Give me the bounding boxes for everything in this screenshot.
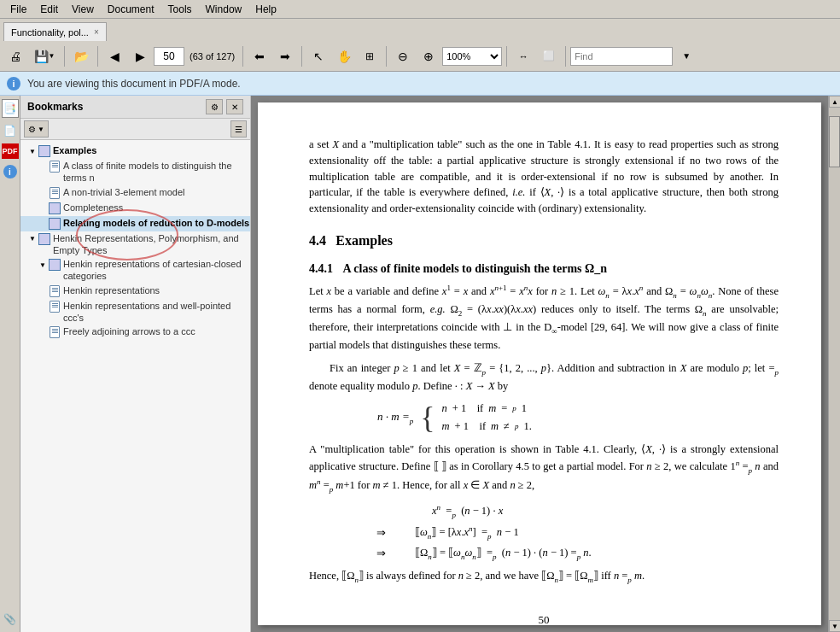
menu-document[interactable]: Document (101, 2, 161, 17)
back-button[interactable]: ⬅ (248, 44, 271, 68)
bookmark-henkin-rep-label: Henkin representations (63, 284, 250, 296)
next-page-button[interactable]: ▶ (128, 44, 152, 68)
section-icon-3 (48, 217, 61, 231)
zoom-in-button[interactable]: ⊕ (417, 44, 440, 68)
bookmarks-options-button[interactable]: ⚙ (206, 99, 223, 114)
bookmark-relating-label: Relating models of reduction to D-models (63, 217, 250, 229)
bookmark-examples-label: Examples (53, 144, 250, 156)
bookmarks-expand-button[interactable]: ☰ (230, 120, 247, 138)
bookmark-nontrivial-label: A non-trivial 3-element model (63, 186, 250, 198)
page-number-input[interactable]: 50 (154, 47, 184, 66)
bookmark-henkin-wp[interactable]: Henkin representations and well-pointed … (20, 299, 250, 325)
bookmark-henkin-wp-label: Henkin representations and well-pointed … (63, 300, 250, 325)
section-icon-2 (48, 202, 61, 215)
bookmark-class-finite-label: A class of finite models to distinguish … (63, 160, 250, 184)
pdf-icon[interactable]: PDF (2, 143, 19, 159)
forward-button[interactable]: ➡ (273, 44, 297, 68)
separator-6 (506, 46, 507, 67)
bookmarks-settings-button[interactable]: ⚙ ▼ (24, 120, 49, 138)
info-icon: i (7, 77, 20, 91)
find-next-button[interactable]: ▼ (674, 44, 698, 68)
pdf-content-area: a set X and a "multiplication table" suc… (251, 96, 840, 632)
formula-2: xn =p (n − 1) · x ⇒ ⟦ωn⟧ = [λx.xn] =p n … (360, 502, 779, 563)
bookmark-nontrivial[interactable]: A non-trivial 3-element model (20, 185, 250, 201)
bookmarks-controls: ⚙ ✕ (206, 99, 243, 114)
bookmark-henkin-cartesian[interactable]: ▼ Henkin representations of cartesian-cl… (20, 257, 250, 284)
fit-page-button[interactable]: ⬜ (537, 44, 561, 68)
fit-width-button[interactable]: ↔ (511, 44, 535, 68)
attachment-icon[interactable]: 📎 (2, 610, 19, 629)
section-icon-5 (48, 258, 61, 272)
prev-page-button[interactable]: ◀ (102, 44, 126, 68)
pdf-intro-text: a set X and a "multiplication table" suc… (309, 137, 779, 217)
page-count-label: (63 of 127) (186, 51, 238, 61)
tab-bar: Functionality, pol... × (0, 19, 840, 41)
bookmark-freely[interactable]: Freely adjoining arrows to a ccc (20, 325, 250, 340)
bookmark-completeness[interactable]: Completeness (20, 201, 250, 216)
bookmark-class-finite[interactable]: A class of finite models to distinguish … (20, 159, 250, 185)
main-area: 📑 📄 PDF i 📎 Bookmarks ⚙ ✕ ⚙ ▼ ☰ ▼ (0, 96, 840, 632)
menu-edit[interactable]: Edit (33, 2, 65, 17)
zoom-select[interactable]: 100% (442, 47, 502, 66)
print-button[interactable]: 🖨 (3, 44, 27, 68)
bookmarks-panel: Bookmarks ⚙ ✕ ⚙ ▼ ☰ ▼ Examples (20, 96, 251, 632)
bookmarks-close-button[interactable]: ✕ (226, 99, 243, 114)
expand-henkin-icon[interactable]: ▼ (27, 232, 38, 246)
separator-4 (301, 46, 302, 67)
pdf-scrollbar[interactable]: ▲ ▼ (828, 96, 840, 632)
page-icon-4 (48, 300, 61, 313)
bookmarks-toolbar: ⚙ ▼ ☰ (20, 119, 250, 140)
select-tool-button[interactable]: ↖ (306, 44, 330, 68)
expand-examples-icon[interactable]: ▼ (27, 144, 38, 158)
pdf-page[interactable]: a set X and a "multiplication table" suc… (258, 102, 821, 625)
pdf-paragraph-3: A "multiplication table" for this operat… (309, 442, 779, 495)
separator-3 (242, 46, 243, 67)
pan-tool-button[interactable]: ✋ (332, 44, 356, 68)
bookmarks-title: Bookmarks (27, 101, 83, 113)
save-button[interactable]: 💾▼ (29, 44, 60, 68)
pdf-paragraph-4: Hence, ⟦Ωn⟧ is always defined for n ≥ 2,… (309, 568, 779, 586)
pdf-page-number: 50 (309, 612, 779, 625)
find-input[interactable] (570, 47, 673, 66)
bookmark-freely-label: Freely adjoining arrows to a ccc (63, 325, 250, 337)
bookmarks-panel-icon[interactable]: 📑 (2, 99, 19, 118)
section-icon (38, 144, 51, 158)
menu-view[interactable]: View (65, 2, 101, 17)
side-panel-icons: 📑 📄 PDF i 📎 (0, 96, 20, 632)
scroll-thumb[interactable] (829, 116, 840, 167)
bookmark-examples[interactable]: ▼ Examples (20, 143, 250, 159)
bookmark-relating[interactable]: Relating models of reduction to D-models (20, 216, 250, 231)
formula-1: n · m =p { n + 1 if m =p 1 m + 1 if m ≠p… (377, 401, 779, 435)
menu-tools[interactable]: Tools (161, 2, 199, 17)
info-panel-icon[interactable]: i (2, 162, 19, 181)
toolbar: 🖨 💾▼ 📂 ◀ ▶ 50 (63 of 127) ⬅ ➡ ↖ ✋ ⊞ ⊖ ⊕ … (0, 41, 840, 72)
layers-panel-icon[interactable]: 📄 (2, 121, 19, 140)
zoom-out-button[interactable]: ⊖ (391, 44, 415, 68)
menu-help[interactable]: Help (248, 2, 283, 17)
page-icon-3 (48, 284, 61, 298)
bookmark-henkin-cartesian-label: Henkin representations of cartesian-clos… (63, 258, 250, 283)
marquee-tool-button[interactable]: ⊞ (358, 44, 382, 68)
menu-file[interactable]: File (3, 2, 33, 17)
page-icon-5 (48, 325, 61, 339)
page-icon-1 (48, 160, 61, 173)
open-button[interactable]: 📂 (69, 44, 93, 68)
bookmark-henkin-rep[interactable]: Henkin representations (20, 284, 250, 299)
page-icon-2 (48, 186, 61, 200)
scroll-up-button[interactable]: ▲ (829, 96, 840, 108)
separator-2 (97, 46, 98, 67)
no-expand-icon (38, 160, 48, 173)
bookmarks-header: Bookmarks ⚙ ✕ (20, 96, 250, 119)
expand-henkin-cartesian-icon[interactable]: ▼ (38, 258, 48, 272)
bookmark-henkin[interactable]: ▼ Henkin Representations, Polymorphism, … (20, 231, 250, 258)
menu-window[interactable]: Window (199, 2, 249, 17)
separator-1 (64, 46, 65, 67)
document-tab[interactable]: Functionality, pol... × (3, 22, 107, 41)
info-bar: i You are viewing this document in PDF/A… (0, 72, 840, 96)
tab-title: Functionality, pol... (11, 27, 89, 38)
scroll-down-button[interactable]: ▼ (829, 620, 840, 632)
bookmarks-list: ▼ Examples A class of finite models to d… (20, 140, 250, 632)
scroll-track[interactable] (829, 108, 840, 620)
tab-close-button[interactable]: × (94, 27, 99, 37)
bookmark-henkin-label: Henkin Representations, Polymorphism, an… (53, 232, 250, 257)
